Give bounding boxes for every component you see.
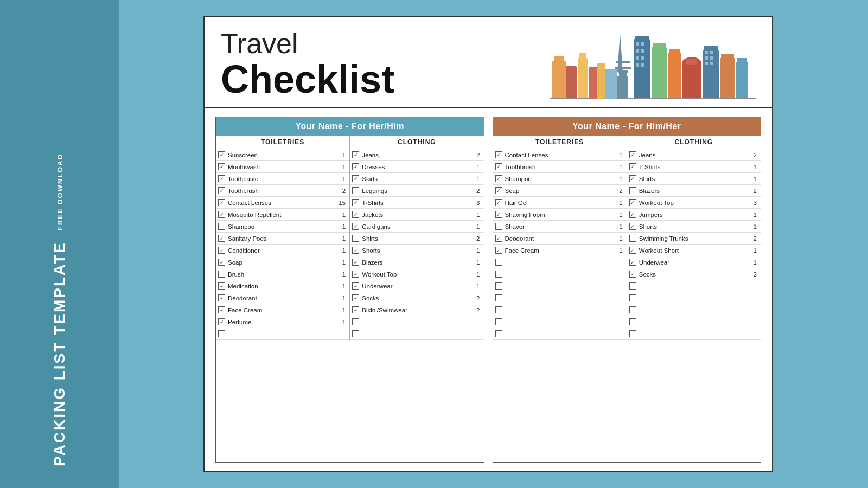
list-item[interactable]: Underwear1 bbox=[627, 256, 761, 268]
checked-checkbox[interactable] bbox=[495, 235, 502, 242]
unchecked-checkbox[interactable] bbox=[218, 271, 225, 278]
list-item[interactable]: Shorts1 bbox=[350, 245, 483, 256]
checked-checkbox[interactable] bbox=[352, 223, 359, 230]
list-item[interactable]: Bikini/Swimwear2 bbox=[350, 304, 483, 316]
list-item[interactable]: Deodorant1 bbox=[493, 233, 627, 245]
list-item[interactable]: T-Shirts3 bbox=[350, 197, 483, 209]
unchecked-checkbox[interactable] bbox=[629, 235, 636, 242]
list-item[interactable]: Shampoo1 bbox=[493, 173, 627, 185]
list-item[interactable]: Toothpaste1 bbox=[216, 173, 349, 185]
list-item[interactable]: Contact Lenses1 bbox=[493, 149, 627, 161]
list-item[interactable]: Jeans2 bbox=[627, 149, 761, 161]
list-item[interactable]: Leggings2 bbox=[350, 185, 483, 197]
checked-checkbox[interactable] bbox=[218, 151, 225, 158]
checked-checkbox[interactable] bbox=[495, 151, 502, 158]
list-item[interactable]: Jumpers1 bbox=[627, 209, 761, 221]
list-item[interactable]: Conditioner1 bbox=[216, 245, 349, 256]
checked-checkbox[interactable] bbox=[629, 151, 636, 158]
checked-checkbox[interactable] bbox=[218, 294, 225, 301]
list-item[interactable]: Mosquito Repellent1 bbox=[216, 209, 349, 221]
list-item[interactable]: Contact Lenses15 bbox=[216, 197, 349, 209]
checked-checkbox[interactable] bbox=[352, 211, 359, 218]
list-item[interactable]: Medication1 bbox=[216, 280, 349, 292]
list-item[interactable]: Toothbrush2 bbox=[216, 185, 349, 197]
list-item[interactable]: Shaving Foom1 bbox=[493, 209, 627, 221]
checked-checkbox[interactable] bbox=[495, 187, 502, 194]
list-item[interactable]: Hair Gel1 bbox=[493, 197, 627, 209]
checked-checkbox[interactable] bbox=[629, 271, 636, 278]
list-item[interactable]: Deodorant1 bbox=[216, 292, 349, 304]
checked-checkbox[interactable] bbox=[352, 282, 359, 290]
unchecked-checkbox[interactable] bbox=[218, 223, 225, 230]
list-item[interactable]: T-Shirts1 bbox=[627, 161, 761, 173]
list-item[interactable]: Sanitary Pods1 bbox=[216, 233, 349, 245]
list-item[interactable]: Underwear1 bbox=[350, 280, 483, 292]
checked-checkbox[interactable] bbox=[218, 235, 225, 242]
list-item[interactable]: Workout Top1 bbox=[350, 268, 483, 280]
checked-checkbox[interactable] bbox=[218, 163, 225, 170]
list-item[interactable]: Blazers2 bbox=[627, 185, 761, 197]
list-item[interactable]: Workout Top3 bbox=[627, 197, 761, 209]
list-item[interactable]: Shampoo1 bbox=[216, 221, 349, 233]
list-item[interactable]: Shirts1 bbox=[627, 173, 761, 185]
list-item[interactable]: Workout Short1 bbox=[627, 245, 761, 256]
unchecked-checkbox[interactable] bbox=[352, 235, 359, 242]
checked-checkbox[interactable] bbox=[495, 199, 502, 206]
list-item[interactable]: Perfume1 bbox=[216, 316, 349, 328]
checked-checkbox[interactable] bbox=[629, 175, 636, 182]
list-item[interactable]: Skirts1 bbox=[350, 173, 483, 185]
checked-checkbox[interactable] bbox=[218, 211, 225, 218]
checked-checkbox[interactable] bbox=[352, 259, 359, 266]
checked-checkbox[interactable] bbox=[352, 294, 359, 301]
list-item[interactable]: Brush1 bbox=[216, 268, 349, 280]
checked-checkbox[interactable] bbox=[352, 199, 359, 206]
list-item[interactable]: Swimming Trunks2 bbox=[627, 233, 761, 245]
list-item[interactable]: Socks2 bbox=[350, 292, 483, 304]
checked-checkbox[interactable] bbox=[352, 163, 359, 170]
checked-checkbox[interactable] bbox=[218, 282, 225, 290]
checked-checkbox[interactable] bbox=[352, 306, 359, 313]
checked-checkbox[interactable] bbox=[495, 175, 502, 182]
list-item[interactable]: Shorts1 bbox=[627, 221, 761, 233]
checked-checkbox[interactable] bbox=[629, 223, 636, 230]
list-item[interactable]: Socks2 bbox=[627, 268, 761, 280]
checked-checkbox[interactable] bbox=[352, 175, 359, 182]
checked-checkbox[interactable] bbox=[629, 247, 636, 254]
checked-checkbox[interactable] bbox=[218, 318, 225, 325]
list-item[interactable]: Sunscreen1 bbox=[216, 149, 349, 161]
checked-checkbox[interactable] bbox=[218, 175, 225, 182]
checked-checkbox[interactable] bbox=[218, 187, 225, 194]
checked-checkbox[interactable] bbox=[218, 306, 225, 313]
list-item[interactable]: Mouthwash1 bbox=[216, 161, 349, 173]
unchecked-checkbox[interactable] bbox=[352, 187, 359, 194]
checked-checkbox[interactable] bbox=[495, 211, 502, 218]
checked-checkbox[interactable] bbox=[629, 211, 636, 218]
list-item[interactable]: Cardigans1 bbox=[350, 221, 483, 233]
list-item[interactable]: Soap1 bbox=[216, 256, 349, 268]
checked-checkbox[interactable] bbox=[352, 151, 359, 158]
checked-checkbox[interactable] bbox=[629, 259, 636, 266]
her-him-header: Your Name - For Her/Him bbox=[216, 117, 484, 136]
unchecked-checkbox[interactable] bbox=[629, 187, 636, 194]
list-item[interactable]: Shirts2 bbox=[350, 233, 483, 245]
checked-checkbox[interactable] bbox=[495, 247, 502, 254]
list-item[interactable]: Jeans2 bbox=[350, 149, 483, 161]
checked-checkbox[interactable] bbox=[218, 247, 225, 254]
list-item[interactable]: Soap2 bbox=[493, 185, 627, 197]
svg-rect-42 bbox=[597, 63, 605, 99]
list-item[interactable]: Dresses1 bbox=[350, 161, 483, 173]
checked-checkbox[interactable] bbox=[629, 163, 636, 170]
list-item[interactable]: Toothbrush1 bbox=[493, 161, 627, 173]
list-item[interactable]: Face Cream1 bbox=[216, 304, 349, 316]
checked-checkbox[interactable] bbox=[218, 259, 225, 266]
list-item[interactable]: Face Cream1 bbox=[493, 245, 627, 256]
checked-checkbox[interactable] bbox=[352, 271, 359, 278]
unchecked-checkbox[interactable] bbox=[495, 223, 502, 230]
list-item[interactable]: Jackets1 bbox=[350, 209, 483, 221]
checked-checkbox[interactable] bbox=[495, 163, 502, 170]
list-item[interactable]: Shaver1 bbox=[493, 221, 627, 233]
checked-checkbox[interactable] bbox=[352, 247, 359, 254]
list-item[interactable]: Blazers1 bbox=[350, 256, 483, 268]
checked-checkbox[interactable] bbox=[218, 199, 225, 206]
checked-checkbox[interactable] bbox=[629, 199, 636, 206]
